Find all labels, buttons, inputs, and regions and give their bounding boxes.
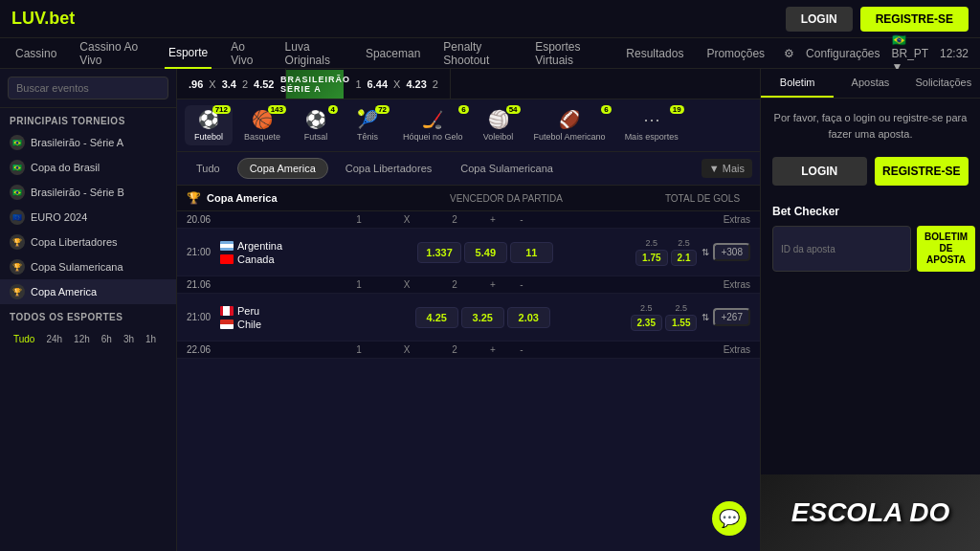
- sport-voleibol[interactable]: 54 🏐 Voleibol: [475, 105, 523, 145]
- time-filter-1h[interactable]: 1h: [142, 332, 160, 346]
- sidebar-item-copa-brasil[interactable]: 🇧🇷 Copa do Brasil: [0, 155, 176, 180]
- sport-mais[interactable]: 19 ⋯ Mais esportes: [617, 105, 686, 145]
- search-input[interactable]: [8, 77, 168, 99]
- sidebar-item-euro[interactable]: 🇪🇺 EURO 2024: [0, 205, 176, 230]
- nav-item-spaceman[interactable]: Spaceman: [362, 38, 424, 69]
- col-plus-header: +: [479, 214, 507, 225]
- sidebar-item-label: Copa do Brasil: [31, 162, 100, 173]
- odd-x-peru[interactable]: 3.25: [461, 307, 504, 328]
- competition-name: Copa America: [207, 192, 278, 204]
- total-minus-btn-1[interactable]: 2.1: [671, 250, 698, 266]
- team-canada: Canada: [220, 253, 335, 265]
- sport-basquete[interactable]: 143 🏀 Basquete: [236, 105, 288, 145]
- filter-more[interactable]: ▼ Mais: [702, 159, 752, 178]
- nav-item-luva-originals[interactable]: Luva Originals: [281, 38, 346, 69]
- nav-item-cassino[interactable]: Cassino: [11, 38, 60, 69]
- nav-item-promocoes[interactable]: Promoções: [702, 38, 768, 69]
- time-filter-24h[interactable]: 24h: [42, 332, 66, 346]
- tab-solicitacoes[interactable]: Solicitações: [907, 69, 980, 98]
- sport-tenis[interactable]: 72 🎾 Tênis: [344, 105, 391, 145]
- team-chile: Chile: [220, 319, 335, 330]
- logo: LUV.bet: [11, 9, 75, 29]
- total-plus-btn-1[interactable]: 1.75: [635, 250, 667, 266]
- more-btn-1[interactable]: +308: [713, 243, 750, 261]
- odd-x-argentina[interactable]: 5.49: [464, 242, 507, 263]
- copa-brasil-icon: 🇧🇷: [10, 160, 25, 175]
- col-1-header-2: 1: [335, 279, 383, 290]
- settings-label[interactable]: Configurações: [806, 47, 880, 60]
- panel-register-button[interactable]: REGISTRE-SE: [875, 157, 969, 186]
- chat-bubble[interactable]: 💬: [712, 501, 746, 536]
- sidebar-item-sulamericana[interactable]: 🏆 Copa Sulamericana: [0, 254, 176, 279]
- odd-1-argentina[interactable]: 1.337: [417, 242, 461, 263]
- total-group-2: 2.5 2.35 2.5 1.55 ⇅: [631, 303, 710, 331]
- nav-item-cassino-ao-vivo[interactable]: Cassino Ao Vivo: [76, 38, 149, 69]
- date-2006: 20.06: [187, 214, 335, 225]
- filter-copa-libertadores[interactable]: Copa Libertadores: [334, 159, 444, 178]
- lang-selector[interactable]: 🇧🇷 BR_PT ▼: [892, 33, 928, 74]
- filter-tudo[interactable]: Tudo: [185, 159, 232, 178]
- sidebar-item-libertadores[interactable]: 🏆 Copa Libertadores: [0, 230, 176, 254]
- odd-2-peru[interactable]: 2.03: [507, 307, 550, 328]
- logo-accent: LUV: [11, 9, 44, 28]
- sidebar-item-label: Brasileirão - Série B: [31, 187, 124, 198]
- login-button[interactable]: LOGIN: [786, 7, 853, 32]
- bet-id-input[interactable]: [772, 226, 911, 272]
- sidebar-item-label: Copa America: [31, 286, 97, 298]
- ticker-banner: BRASILEIRÃO SÉRIE A: [286, 70, 344, 99]
- clock: 12:32: [940, 47, 969, 60]
- total-group-1: 2.5 1.75 2.5 2.1 ⇅: [635, 238, 709, 266]
- flag-peru: [220, 306, 234, 316]
- sidebar-item-brasileirao-a[interactable]: 🇧🇷 Brasileirão - Série A: [0, 130, 176, 155]
- sport-hoquei[interactable]: 6 🏒 Hóquei no Gelo: [395, 105, 471, 145]
- settings-icon: ⚙: [784, 47, 794, 60]
- time-filters: Tudo 24h 12h 6h 3h 1h: [0, 326, 176, 352]
- sport-futebol[interactable]: 712 ⚽ Futebol: [185, 105, 233, 145]
- brasileirao-a-icon: 🇧🇷: [10, 135, 25, 150]
- col-minus-header: -: [507, 214, 536, 225]
- nav-item-esportes-virtuais[interactable]: Esportes Virtuais: [531, 38, 607, 69]
- ad-text: ESCOLA DO: [791, 497, 949, 528]
- total-minus-1: 2.5 2.1: [671, 238, 698, 266]
- nav-item-penalty[interactable]: Penalty Shootout: [439, 38, 516, 69]
- odd-2-argentina[interactable]: 11: [510, 242, 553, 263]
- total-plus-btn-2[interactable]: 2.35: [631, 315, 662, 331]
- odd-1-peru[interactable]: 4.25: [415, 307, 458, 328]
- time-filter-6h[interactable]: 6h: [98, 332, 116, 346]
- vencedor-header: VENCEDOR DA PARTIDA: [434, 193, 578, 204]
- col-plus-header-2: +: [479, 279, 507, 290]
- sport-futsal[interactable]: 4 ⚽ Futsal: [292, 105, 340, 145]
- filter-tabs: Tudo Copa America Copa Libertadores Copa…: [177, 152, 760, 186]
- sidebar-search-container: [0, 69, 176, 108]
- extras-header-2: Extras: [724, 279, 750, 290]
- register-button[interactable]: REGISTRE-SE: [860, 7, 969, 32]
- filter-copa-sulamericana[interactable]: Copa Sulamericana: [449, 159, 565, 178]
- tab-boletim[interactable]: Boletim: [761, 69, 834, 98]
- sidebar-item-brasileirao-b[interactable]: 🇧🇷 Brasileirão - Série B: [0, 180, 176, 205]
- time-filter-tudo[interactable]: Tudo: [10, 332, 38, 346]
- competition-flag-icon: 🏆: [187, 191, 201, 205]
- sidebar-item-copa-america[interactable]: 🏆 Copa America: [0, 279, 176, 304]
- total-minus-btn-2[interactable]: 1.55: [665, 315, 697, 331]
- panel-login-button[interactable]: LOGIN: [772, 157, 867, 186]
- time-filter-3h[interactable]: 3h: [120, 332, 138, 346]
- filter-copa-america[interactable]: Copa America: [237, 158, 328, 179]
- nav-item-ao-vivo[interactable]: Ao Vivo: [227, 38, 265, 69]
- competition-header: 🏆 Copa America VENCEDOR DA PARTIDA TOTAL…: [177, 186, 760, 211]
- sport-futebol-americano[interactable]: 6 🏈 Futebol Americano: [526, 105, 613, 145]
- chat-icon: 💬: [719, 508, 740, 529]
- tab-apostas[interactable]: Apostas: [834, 69, 906, 98]
- panel-tabs: Boletim Apostas Solicitações: [761, 69, 980, 99]
- nav-item-resultados[interactable]: Resultados: [622, 38, 687, 69]
- nav-item-esporte[interactable]: Esporte: [165, 38, 212, 69]
- match-time-1: 21:00: [187, 247, 220, 257]
- arrows-2: ⇅: [702, 312, 709, 322]
- boletim-aposta-button[interactable]: BOLETIM DE APOSTA: [917, 226, 975, 272]
- more-btn-2[interactable]: +267: [713, 308, 750, 326]
- team-peru: Peru: [220, 305, 335, 317]
- bet-checker-title: Bet Checker: [772, 205, 969, 218]
- ad-banner: ESCOLA DO: [761, 474, 980, 551]
- header-right: LOGIN REGISTRE-SE: [786, 7, 969, 32]
- time-filter-12h[interactable]: 12h: [70, 332, 94, 346]
- total-plus-1: 2.5 1.75: [635, 238, 667, 266]
